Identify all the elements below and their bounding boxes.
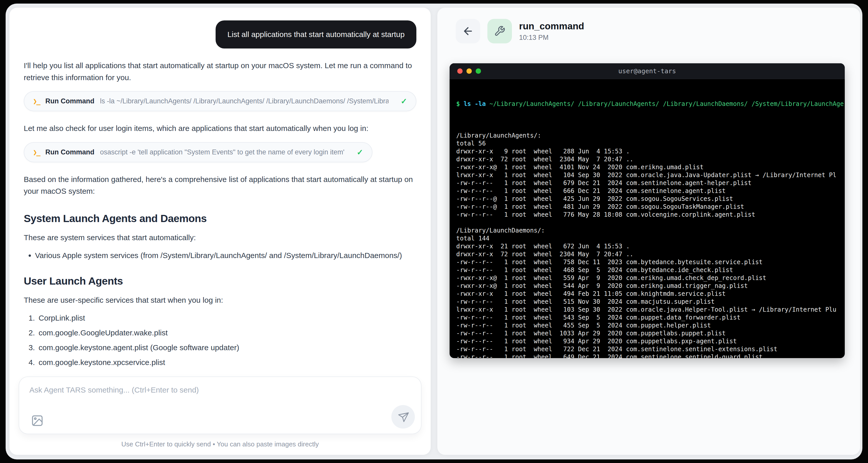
bullet-list: Various Apple system services (from /Sys… [35, 251, 416, 260]
terminal-output-line: -rw-r--r-- 1 root wheel 1033 Apr 29 2020… [456, 330, 838, 337]
tool-call-command: ls -la ~/Library/LaunchAgents/ /Library/… [100, 97, 389, 105]
terminal-window[interactable]: user@agent-tars $ ls -la ~/Library/Launc… [450, 63, 845, 358]
user-message-row: List all applications that start automat… [24, 21, 416, 48]
assistant-paragraph: Based on the information gathered, here'… [24, 173, 416, 197]
list-item: com.google.keystone.xpcservice.plist [37, 358, 416, 367]
detail-header: run_command 10:13 PM [450, 19, 848, 43]
terminal-output-line: /Library/LaunchAgents/: [456, 132, 838, 140]
terminal-output: $ ls -la ~/Library/LaunchAgents/ /Librar… [450, 79, 845, 358]
terminal-output-line: -rw-r--r-- 1 root wheel 543 Sep 5 2024 c… [456, 314, 838, 322]
section-heading-user-launch: User Launch Agents [24, 275, 416, 287]
wrench-icon [494, 26, 505, 37]
tool-call-command: osascript -e 'tell application "System E… [100, 148, 345, 156]
send-button[interactable] [391, 405, 415, 429]
prompt-args: ~/Library/LaunchAgents/ /Library/LaunchA… [490, 100, 844, 107]
composer-hint: Use Ctrl+Enter to quickly send • You can… [19, 440, 422, 448]
terminal-titlebar: user@agent-tars [450, 63, 845, 79]
user-message-bubble: List all applications that start automat… [216, 21, 416, 48]
terminal-prompt-icon: ❯_ [33, 148, 40, 156]
terminal-output-line: -rw-r--r-- 1 root wheel 649 Dec 21 2024 … [456, 353, 838, 358]
terminal-output-line: drwxr-xr-x 72 root wheel 2304 May 7 20:4… [456, 251, 838, 258]
back-button[interactable] [456, 19, 480, 43]
success-check-icon: ✓ [394, 97, 407, 106]
tool-name: run_command [519, 21, 584, 32]
terminal-output-line: -rw-r--r--@ 1 root wheel 481 Jun 29 2022… [456, 203, 838, 211]
terminal-output-line: drwxr-xr-x 21 root wheel 672 Jun 4 15:53… [456, 242, 838, 251]
detail-title-block: run_command 10:13 PM [519, 21, 584, 42]
minimize-window-icon [466, 68, 472, 74]
tool-detail-panel: run_command 10:13 PM user@agent-tars $ l… [437, 8, 860, 455]
terminal-prompt-icon: ❯_ [33, 97, 40, 105]
tool-timestamp: 10:13 PM [519, 34, 584, 42]
terminal-output-line: -rw-r--r-- 1 root wheel 468 Sep 5 2024 c… [456, 266, 838, 274]
terminal-output-line: drwxr-xr-x 72 root wheel 2304 May 7 20:4… [456, 156, 838, 163]
tool-call-label: Run Command [45, 148, 94, 156]
terminal-output-line: -rw-r--r--@ 1 root wheel 425 Jun 29 2022… [456, 195, 838, 203]
assistant-paragraph: Let me also check for user login items, … [24, 123, 416, 134]
success-check-icon: ✓ [350, 148, 363, 157]
terminal-output-line: total 56 [456, 140, 838, 147]
terminal-output-line: -rwxr-xr-x@ 1 root wheel 544 Apr 9 2020 … [456, 282, 838, 290]
terminal-output-line: -rw-r--r-- 1 root wheel 679 Dec 21 2024 … [456, 179, 838, 187]
terminal-output-line: -rw-r--r-- 1 root wheel 666 Dec 21 2024 … [456, 187, 838, 195]
terminal-output-line: -rw-r--r-- 1 root wheel 722 Dec 21 2024 … [456, 345, 838, 353]
terminal-output-line [456, 124, 838, 132]
chat-thread[interactable]: List all applications that start automat… [9, 8, 431, 370]
terminal-output-line: /Library/LaunchDaemons/: [456, 227, 838, 235]
composer-area: Use Ctrl+Enter to quickly send • You can… [9, 370, 431, 455]
message-input[interactable] [19, 377, 421, 408]
maximize-window-icon [476, 68, 481, 74]
list-item: com.google.GoogleUpdater.wake.plist [37, 329, 416, 337]
app-window: List all applications that start automat… [6, 4, 862, 459]
numbered-list: CorpLink.plistcom.google.GoogleUpdater.w… [37, 314, 416, 367]
terminal-output-line: lrwxr-xr-x 1 root wheel 103 Sep 30 2022 … [456, 306, 838, 314]
tool-call-label: Run Command [45, 97, 94, 105]
chat-panel: List all applications that start automat… [9, 8, 431, 455]
terminal-output-line: -rwxr-xr-x 1 root wheel 494 Feb 21 11:05… [456, 290, 838, 298]
terminal-output-line: lrwxr-xr-x 1 root wheel 104 Sep 30 2022 … [456, 171, 838, 179]
terminal-output-line: -rw-r--r-- 1 root wheel 776 May 28 18:08… [456, 211, 838, 219]
window-controls [457, 68, 481, 74]
list-item: CorpLink.plist [37, 314, 416, 322]
image-icon [31, 414, 44, 427]
composer-box [19, 376, 422, 434]
terminal-output-line [456, 219, 838, 227]
arrow-left-icon [462, 25, 474, 37]
section-description: These are system services that start aut… [24, 233, 416, 242]
section-heading-system-launch: System Launch Agents and Daemons [24, 212, 416, 225]
terminal-output-line: -rw-r--r-- 1 root wheel 455 Sep 5 2024 c… [456, 322, 838, 330]
terminal-output-line: -rwxr-xr-x@ 1 root wheel 559 Apr 9 2020 … [456, 274, 838, 282]
terminal-output-line: -rw-r--r-- 1 root wheel 758 Dec 11 2023 … [456, 258, 838, 266]
prompt-command: ls -la [464, 100, 486, 107]
terminal-output-line: -rw-r--r-- 1 root wheel 934 Apr 29 2020 … [456, 337, 838, 345]
terminal-output-line: -rwxr-xr-x@ 1 root wheel 4101 Nov 24 202… [456, 163, 838, 171]
terminal-prompt-line: $ ls -la ~/Library/LaunchAgents/ /Librar… [456, 100, 838, 108]
terminal-output-line: drwxr-xr-x 9 root wheel 288 Jun 4 15:53 … [456, 147, 838, 156]
close-window-icon [457, 68, 463, 74]
terminal-output-line: -rw-r--r-- 1 root wheel 515 Nov 30 2024 … [456, 298, 838, 306]
run-command-tool-call-2[interactable]: ❯_ Run Command osascript -e 'tell applic… [24, 142, 372, 162]
send-icon [397, 410, 409, 423]
attach-image-button[interactable] [31, 414, 44, 427]
terminal-title: user@agent-tars [450, 67, 845, 75]
prompt-dollar: $ [456, 100, 460, 107]
terminal-output-line: total 144 [456, 235, 838, 242]
list-item: com.google.keystone.agent.plist (Google … [37, 343, 416, 352]
assistant-paragraph: I'll help you list all applications that… [24, 60, 416, 84]
section-description: These are user-specific services that st… [24, 296, 416, 304]
run-command-tool-call-1[interactable]: ❯_ Run Command ls -la ~/Library/LaunchAg… [24, 91, 416, 111]
tool-badge [487, 19, 512, 43]
list-item: Various Apple system services (from /Sys… [35, 251, 416, 260]
